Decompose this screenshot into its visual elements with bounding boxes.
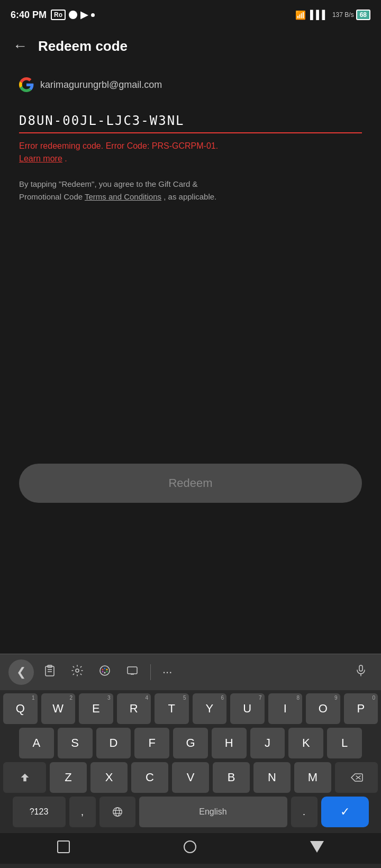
key-c[interactable]: C	[131, 762, 168, 793]
keyboard-screen-button[interactable]	[121, 661, 144, 683]
key-comma[interactable]: ,	[69, 797, 96, 827]
account-row: karimagurungrbl@gmail.com	[19, 77, 362, 92]
battery-info: 137 B/s 68	[332, 10, 370, 20]
keyboard-rows: 1Q 2W 3E 4R 5T 6Y 7U 8I 9O 0P A S D F G …	[0, 690, 381, 833]
status-right: 📶 ▌▌▌ 137 B/s 68	[295, 10, 370, 20]
svg-point-7	[104, 668, 106, 670]
key-shift[interactable]	[3, 762, 46, 793]
svg-point-5	[100, 666, 110, 675]
key-v[interactable]: V	[172, 762, 209, 793]
key-y[interactable]: 6Y	[193, 693, 227, 724]
key-m[interactable]: M	[294, 762, 331, 793]
account-email: karimagurungrbl@gmail.com	[40, 79, 162, 91]
battery-level: 68	[356, 10, 370, 20]
svg-point-4	[76, 669, 79, 672]
nav-triangle-icon	[310, 841, 324, 853]
key-row-2: A S D F G H J K L	[3, 728, 378, 758]
key-space[interactable]: English	[139, 797, 287, 827]
key-g[interactable]: G	[173, 728, 208, 758]
redeem-button[interactable]: Redeem	[19, 464, 362, 503]
system-nav	[0, 833, 381, 864]
keyboard-mic-button[interactable]	[349, 661, 373, 683]
nav-home-button[interactable]	[184, 840, 196, 853]
google-icon	[19, 77, 34, 92]
key-z[interactable]: Z	[50, 762, 87, 793]
key-i[interactable]: 8I	[268, 693, 303, 724]
battery-speed: 137 B/s	[332, 11, 354, 19]
svg-rect-14	[359, 665, 362, 671]
key-u[interactable]: 7U	[230, 693, 265, 724]
terms-middle: Promotional Code	[19, 192, 85, 201]
key-globe[interactable]	[99, 797, 135, 827]
terms-link[interactable]: Terms and Conditions	[85, 192, 161, 201]
ro-icon: Ro	[51, 10, 66, 20]
status-bar: 6:40 PM Ro ▶ 📶 ▌▌▌ 137 B/s 68	[0, 0, 381, 28]
key-l[interactable]: L	[327, 728, 362, 758]
page-title: Redeem code	[38, 38, 128, 55]
error-text: Error redeeming code. Error Code: PRS-GC…	[19, 141, 218, 150]
nav-back-button[interactable]	[310, 841, 324, 853]
key-period[interactable]: .	[291, 797, 318, 827]
key-n[interactable]: N	[253, 762, 291, 793]
key-s[interactable]: S	[58, 728, 93, 758]
svg-point-9	[106, 671, 108, 673]
key-f[interactable]: F	[134, 728, 169, 758]
key-k[interactable]: K	[288, 728, 323, 758]
code-input-wrapper[interactable]	[19, 109, 362, 133]
wifi-icon: 📶	[295, 10, 306, 20]
error-message: Error redeeming code. Error Code: PRS-GC…	[19, 140, 362, 165]
learn-more-link[interactable]: Learn more	[19, 154, 62, 163]
key-q[interactable]: 1Q	[3, 693, 38, 724]
keyboard-back-button[interactable]: ❮	[8, 659, 34, 685]
content-area: karimagurungrbl@gmail.com Error redeemin…	[0, 65, 381, 216]
terms-prefix: By tapping "Redeem", you agree to the Gi…	[19, 179, 198, 188]
nav-recent-button[interactable]	[57, 840, 70, 853]
svg-point-8	[106, 669, 108, 671]
key-a[interactable]: A	[19, 728, 54, 758]
key-h[interactable]: H	[212, 728, 247, 758]
keyboard-more-button[interactable]: ···	[157, 662, 177, 682]
keyboard[interactable]: ❮	[0, 654, 381, 868]
key-w[interactable]: 2W	[41, 693, 76, 724]
svg-point-10	[104, 672, 106, 674]
toolbar-divider	[150, 664, 151, 680]
key-b[interactable]: B	[213, 762, 250, 793]
key-j[interactable]: J	[250, 728, 285, 758]
key-d[interactable]: D	[96, 728, 131, 758]
top-nav: ← Redeem code	[0, 28, 381, 65]
code-input[interactable]	[19, 109, 362, 133]
svg-point-11	[102, 671, 104, 673]
terms-suffix: , as applicable.	[164, 192, 216, 201]
key-o[interactable]: 9O	[306, 693, 340, 724]
svg-point-18	[113, 808, 122, 817]
keyboard-toolbar: ❮	[0, 654, 381, 690]
keyboard-clipboard-button[interactable]	[38, 661, 61, 683]
key-p[interactable]: 0P	[344, 693, 378, 724]
key-row-1: 1Q 2W 3E 4R 5T 6Y 7U 8I 9O 0P	[3, 693, 378, 724]
key-numbers[interactable]: ?123	[13, 797, 66, 827]
status-time: 6:40 PM	[11, 10, 47, 21]
key-r[interactable]: 4R	[117, 693, 151, 724]
svg-point-19	[115, 808, 119, 817]
keyboard-palette-button[interactable]	[93, 661, 116, 683]
dot-icon	[91, 13, 95, 17]
nav-square-icon	[57, 840, 70, 853]
key-e[interactable]: 3E	[79, 693, 113, 724]
back-button[interactable]: ←	[13, 38, 28, 55]
signal-icon: ▌▌▌	[310, 10, 328, 20]
key-t[interactable]: 5T	[155, 693, 189, 724]
svg-rect-12	[128, 667, 137, 674]
keyboard-settings-button[interactable]	[66, 661, 89, 683]
key-row-3: Z X C V B N M	[3, 762, 378, 793]
key-x[interactable]: X	[90, 762, 128, 793]
poweramp-icon: ▶	[80, 9, 88, 21]
nav-circle-icon	[184, 840, 196, 853]
terms-text: By tapping "Redeem", you agree to the Gi…	[19, 178, 362, 203]
circle-icon	[69, 11, 77, 19]
svg-point-6	[102, 669, 104, 671]
redeem-button-container: Redeem	[19, 464, 362, 503]
key-enter[interactable]: ✓	[321, 797, 369, 827]
key-backspace[interactable]	[335, 762, 378, 793]
key-row-4: ?123 , English . ✓	[3, 797, 378, 827]
